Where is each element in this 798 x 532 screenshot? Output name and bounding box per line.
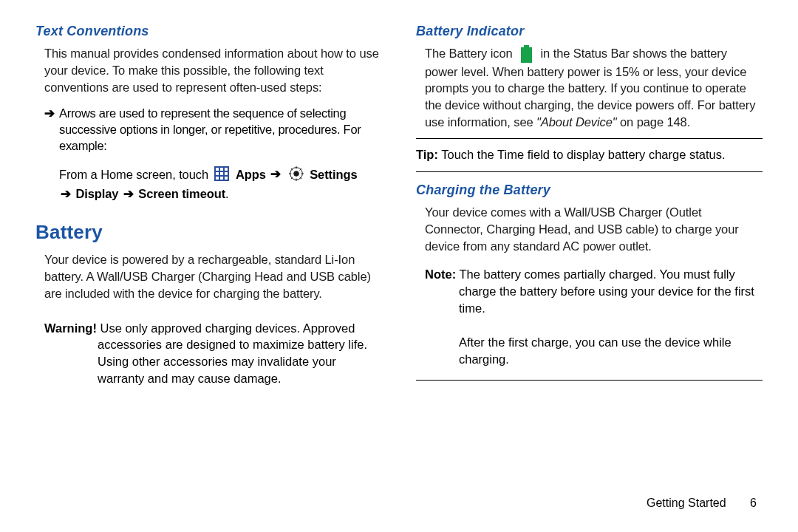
manual-page: Text Conventions This manual provides co… xyxy=(0,0,798,532)
left-column: Text Conventions This manual provides co… xyxy=(35,22,382,532)
note-first-line: The battery comes partially charged. You… xyxy=(456,267,735,281)
after-first-charge: After the first charge, you can use the … xyxy=(459,334,763,368)
arrow-icon: ➔ xyxy=(59,187,72,201)
warning-label: Warning! xyxy=(44,321,97,335)
warning-first-line: Use only approved charging devices. Appr… xyxy=(97,321,355,335)
svg-rect-1 xyxy=(216,168,219,171)
heading-battery-indicator: Battery Indicator xyxy=(416,24,763,39)
charging-body: Your device comes with a Wall/USB Charge… xyxy=(425,204,763,254)
arrow-icon: ➔ xyxy=(122,187,135,201)
divider xyxy=(416,380,763,381)
svg-rect-9 xyxy=(225,177,228,180)
right-column: Battery Indicator The Battery icon in th… xyxy=(416,22,763,532)
about-device-ref: "About Device" xyxy=(536,115,616,129)
note-label: Note: xyxy=(425,267,456,281)
tip-body: Touch the Time field to display battery … xyxy=(438,148,726,161)
period: . xyxy=(225,187,228,200)
svg-rect-4 xyxy=(216,172,219,175)
footer-section: Getting Started xyxy=(647,497,726,509)
label-display: Display xyxy=(75,187,121,200)
apps-grid-icon xyxy=(214,166,229,181)
warning-body: accessories are designed to maximize bat… xyxy=(98,336,382,386)
battery-indicator-body: The Battery icon in the Status Bar shows… xyxy=(425,45,763,131)
bullet-text: Arrows are used to represent the sequenc… xyxy=(59,106,382,154)
svg-rect-6 xyxy=(225,172,228,175)
svg-rect-20 xyxy=(524,45,529,47)
bullet-arrow-icon: ➔ xyxy=(44,106,59,154)
tip-label: Tip: xyxy=(416,148,438,161)
svg-rect-3 xyxy=(225,168,228,171)
heading-charging: Charging the Battery xyxy=(416,183,763,198)
example-pre: From a Home screen, touch xyxy=(59,168,211,181)
tip-block: Tip: Touch the Time field to display bat… xyxy=(416,139,763,171)
svg-point-11 xyxy=(293,171,299,177)
svg-rect-8 xyxy=(220,177,223,180)
heading-battery: Battery xyxy=(35,221,382,244)
svg-rect-7 xyxy=(216,177,219,180)
rule-group-top: Tip: Touch the Time field to display bat… xyxy=(416,138,763,172)
settings-gear-icon xyxy=(289,166,304,181)
example-sequence: From a Home screen, touch Apps ➔ Setting… xyxy=(59,165,382,204)
label-apps: Apps xyxy=(236,168,269,181)
battery-body: Your device is powered by a rechargeable… xyxy=(44,251,382,301)
svg-rect-5 xyxy=(220,172,223,175)
label-settings: Settings xyxy=(310,168,357,181)
heading-text-conventions: Text Conventions xyxy=(35,24,382,39)
page-footer: Getting Started 6 xyxy=(647,497,757,510)
note-block: Note: The battery comes partially charge… xyxy=(425,266,763,317)
text-conventions-intro: This manual provides condensed informati… xyxy=(44,45,382,95)
svg-rect-21 xyxy=(521,47,532,63)
divider xyxy=(416,171,763,172)
label-screen-timeout: Screen timeout xyxy=(138,187,225,200)
battery-icon xyxy=(520,45,533,63)
bi-pre: The Battery icon xyxy=(425,47,516,60)
bullet-item: ➔ Arrows are used to represent the seque… xyxy=(44,106,382,154)
svg-rect-2 xyxy=(220,168,223,171)
footer-page-number: 6 xyxy=(750,497,757,510)
warning-block: Warning! Use only approved charging devi… xyxy=(44,320,382,387)
bi-page-ref: on page 148. xyxy=(617,115,691,129)
note-body: charge the battery before using your dev… xyxy=(459,283,763,317)
arrow-icon: ➔ xyxy=(269,167,282,181)
